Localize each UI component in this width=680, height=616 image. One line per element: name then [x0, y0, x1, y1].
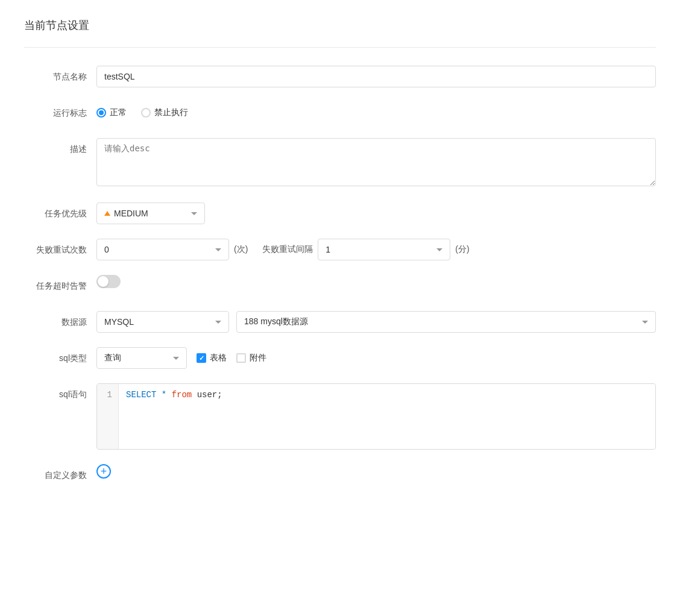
run-flag-control: 正常 禁止执行: [96, 102, 656, 124]
sql-type-chevron-icon: [173, 357, 179, 360]
sql-statement-control: 1 SELECT * from user;: [96, 383, 656, 450]
custom-params-inline-row: +: [96, 464, 656, 479]
sql-type-label: sql类型: [24, 347, 96, 369]
checkbox-table[interactable]: ✓ 表格: [197, 353, 227, 363]
timeout-row: 任务超时告警: [24, 275, 656, 297]
priority-control: MEDIUM: [96, 203, 656, 224]
datasource-row: 数据源 MYSQL 188 mysql数据源: [24, 311, 656, 333]
retry-interval-unit: (分): [455, 244, 469, 255]
retry-interval-value: 1: [326, 245, 330, 254]
datasource-name-chevron-icon: [642, 321, 648, 324]
description-control: [96, 138, 656, 188]
radio-disabled[interactable]: 禁止执行: [141, 107, 188, 118]
retry-interval-chevron-icon: [436, 248, 442, 251]
priority-label: 任务优先级: [24, 203, 96, 224]
custom-params-row: 自定义参数 +: [24, 464, 656, 486]
sql-content-area[interactable]: SELECT * from user;: [119, 384, 655, 449]
retry-count-value: 0: [104, 245, 109, 254]
description-row: 描述: [24, 138, 656, 188]
priority-arrow-up-icon: [104, 211, 110, 216]
run-flag-label: 运行标志: [24, 102, 96, 124]
page-title: 当前节点设置: [24, 18, 656, 33]
sql-editor: 1 SELECT * from user;: [96, 383, 656, 450]
sql-type-select[interactable]: 查询: [96, 347, 187, 369]
radio-disabled-circle: [141, 108, 151, 118]
checkbox-table-check: ✓: [199, 355, 204, 362]
timeout-label: 任务超时告警: [24, 275, 96, 297]
page-container: 当前节点设置 节点名称 运行标志 正常 禁止执行: [0, 0, 680, 616]
checkbox-attachment-box: [236, 353, 246, 363]
sql-type-value: 查询: [104, 353, 121, 363]
datasource-type-select[interactable]: MYSQL: [96, 311, 229, 333]
radio-normal-inner: [99, 110, 104, 115]
checkbox-table-box: ✓: [197, 353, 206, 363]
priority-select-text: MEDIUM: [114, 209, 148, 218]
datasource-name-value: 188 mysql数据源: [244, 316, 308, 327]
sql-statement-label: sql语句: [24, 383, 96, 405]
checkbox-attachment[interactable]: 附件: [236, 353, 266, 363]
retry-interval-select[interactable]: 1: [318, 239, 450, 260]
checkbox-table-label: 表格: [210, 353, 227, 363]
sql-from-keyword: from: [172, 390, 192, 400]
retry-row: 失败重试次数 0 (次) 失败重试间隔 1 (分): [24, 239, 656, 260]
radio-normal[interactable]: 正常: [96, 107, 127, 118]
radio-group: 正常 禁止执行: [96, 102, 656, 124]
checkbox-attachment-label: 附件: [250, 353, 266, 363]
datasource-label: 数据源: [24, 311, 96, 333]
datasource-inline-row: MYSQL 188 mysql数据源: [96, 311, 656, 333]
sql-keyword-select: SELECT: [126, 390, 156, 400]
retry-control: 0 (次) 失败重试间隔 1 (分): [96, 239, 656, 260]
description-label: 描述: [24, 138, 96, 160]
retry-count-chevron-icon: [215, 248, 221, 251]
sql-type-row: sql类型 查询 ✓ 表格 附件: [24, 347, 656, 369]
node-name-input[interactable]: [96, 66, 656, 87]
sql-identifier: user;: [197, 390, 222, 400]
retry-count-label: 失败重试次数: [24, 239, 96, 260]
radio-normal-circle: [96, 108, 106, 118]
retry-count-select[interactable]: 0: [96, 239, 229, 260]
radio-disabled-label: 禁止执行: [154, 107, 188, 118]
priority-chevron-down-icon: [191, 212, 197, 215]
sql-type-control: 查询 ✓ 表格 附件: [96, 347, 656, 369]
custom-params-control: +: [96, 464, 656, 479]
retry-inline-row: 0 (次) 失败重试间隔 1 (分): [96, 239, 656, 260]
sqltype-inline-row: 查询 ✓ 表格 附件: [96, 347, 656, 369]
datasource-control: MYSQL 188 mysql数据源: [96, 311, 656, 333]
sql-line-number-1: 1: [103, 390, 112, 400]
node-name-control: [96, 66, 656, 87]
datasource-name-select[interactable]: 188 mysql数据源: [236, 311, 656, 333]
sql-line-numbers: 1: [97, 384, 119, 449]
datasource-type-value: MYSQL: [104, 317, 134, 327]
sql-statement-row: sql语句 1 SELECT * from user;: [24, 383, 656, 450]
priority-row: 任务优先级 MEDIUM: [24, 203, 656, 224]
priority-select-value: MEDIUM: [104, 209, 148, 218]
node-name-row: 节点名称: [24, 66, 656, 87]
retry-count-unit: (次): [234, 244, 248, 255]
node-name-label: 节点名称: [24, 66, 96, 87]
timeout-toggle[interactable]: [96, 275, 121, 288]
add-custom-param-button[interactable]: +: [96, 464, 111, 479]
custom-params-label: 自定义参数: [24, 464, 96, 486]
radio-normal-label: 正常: [110, 107, 127, 118]
retry-interval-label: 失败重试间隔: [262, 244, 313, 255]
timeout-toggle-knob: [98, 276, 109, 287]
timeout-control: [96, 275, 656, 288]
datasource-type-chevron-icon: [215, 321, 221, 324]
description-textarea[interactable]: [96, 138, 656, 186]
sql-star: *: [162, 390, 172, 400]
divider: [24, 47, 656, 48]
priority-select[interactable]: MEDIUM: [96, 203, 205, 224]
run-flag-row: 运行标志 正常 禁止执行: [24, 102, 656, 124]
